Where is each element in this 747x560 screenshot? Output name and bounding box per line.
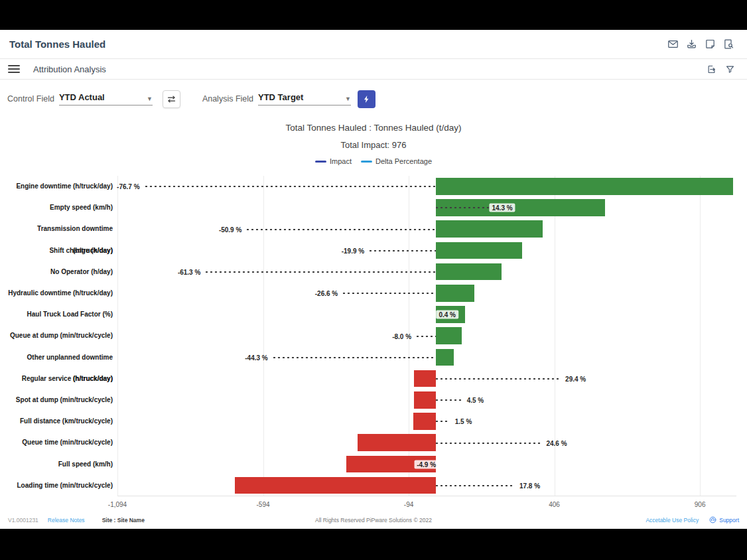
gridline bbox=[555, 176, 555, 496]
bar-positive bbox=[436, 220, 543, 238]
legend-item-delta[interactable]: Delta Percentage bbox=[361, 157, 432, 165]
site-name-label: Site : Site Name bbox=[102, 517, 145, 524]
control-field-select[interactable]: YTD Actual ▼ bbox=[59, 92, 153, 105]
bar-positive bbox=[436, 285, 474, 302]
category-label: Loading time (min/truck/cycle) bbox=[0, 475, 113, 496]
chevron-down-icon: ▼ bbox=[147, 96, 153, 102]
delta-label: -44.3 % bbox=[188, 354, 268, 361]
bar-negative bbox=[413, 413, 437, 430]
chart-subtitle: Total Impact: 976 bbox=[0, 140, 747, 150]
top-black-bar bbox=[0, 0, 747, 30]
control-field-value: YTD Actual bbox=[59, 92, 105, 102]
support-headset-icon bbox=[709, 516, 716, 524]
filter-icon[interactable] bbox=[720, 61, 739, 77]
delta-label: 1.5 % bbox=[455, 418, 472, 425]
delta-leader-line bbox=[436, 421, 448, 422]
category-label: Haul Truck Load Factor (%) bbox=[0, 304, 113, 325]
legend-label: Delta Percentage bbox=[375, 157, 432, 165]
attribution-toolbar: Attribution Analysis bbox=[0, 59, 747, 80]
category-label: Hydraulic downtime (h/truck/day) bbox=[0, 283, 113, 304]
bar-positive bbox=[436, 242, 522, 259]
delta-leader-line bbox=[206, 271, 436, 273]
chevron-down-icon: ▼ bbox=[345, 96, 351, 102]
delta-leader-line bbox=[436, 207, 490, 208]
delta-leader-line bbox=[436, 443, 540, 444]
delta-label: -61.3 % bbox=[121, 268, 200, 275]
delta-leader-line bbox=[436, 485, 513, 486]
swap-horizontal-icon bbox=[167, 94, 176, 104]
delta-leader-line bbox=[370, 250, 436, 251]
gridline bbox=[700, 176, 701, 496]
acceptable-use-policy-link[interactable]: Accetable Use Policy bbox=[645, 517, 699, 524]
x-axis: -1,094-594-94406906 bbox=[117, 501, 736, 512]
delta-leader-line bbox=[436, 399, 460, 401]
footer: V1.0001231 Release Notes Site : Site Nam… bbox=[0, 511, 747, 529]
release-notes-link[interactable]: Release Notes bbox=[48, 517, 85, 524]
analysis-field-select[interactable]: YTD Target ▼ bbox=[258, 92, 351, 105]
chart-title: Total Tonnes Hauled : Tonnes Hauled (t/d… bbox=[0, 123, 747, 133]
delta-leader-line bbox=[145, 186, 437, 187]
x-tick-label: 406 bbox=[549, 501, 560, 508]
legend-item-impact[interactable]: Impact bbox=[315, 157, 352, 165]
delta-label: 14.3 % bbox=[489, 204, 515, 212]
download-icon[interactable] bbox=[682, 36, 701, 52]
swap-fields-button[interactable] bbox=[163, 90, 180, 108]
category-label: Queue time (min/truck/cycle) bbox=[0, 432, 113, 453]
delta-label: -76.7 % bbox=[60, 183, 140, 190]
category-label: Full speed (km/h) bbox=[0, 454, 113, 475]
delta-label: 24.6 % bbox=[546, 439, 567, 447]
delta-legend-swatch bbox=[361, 161, 372, 163]
bar-negative bbox=[358, 434, 437, 451]
support-label: Support bbox=[719, 517, 739, 524]
delta-label: 29.4 % bbox=[565, 375, 586, 382]
app-header: Total Tonnes Hauled bbox=[0, 30, 747, 59]
delta-leader-line bbox=[417, 336, 436, 337]
support-link[interactable]: Support bbox=[709, 516, 739, 524]
bar-positive bbox=[436, 349, 453, 366]
bar-positive bbox=[436, 327, 462, 344]
bar-negative bbox=[414, 370, 436, 387]
delta-label: 17.8 % bbox=[519, 482, 540, 489]
x-tick-label: 906 bbox=[695, 501, 706, 508]
page-title: Total Tonnes Hauled bbox=[9, 38, 105, 50]
chart: Engine downtime (h/truck/day)-76.7 %Empt… bbox=[0, 176, 747, 512]
delta-label: 0.4 % bbox=[436, 311, 458, 319]
bar-positive bbox=[436, 178, 732, 195]
bar-positive bbox=[436, 263, 502, 281]
analysis-field-value: YTD Target bbox=[258, 92, 303, 102]
x-tick-label: -1,094 bbox=[108, 501, 127, 508]
delta-leader-line bbox=[247, 229, 436, 230]
category-label: Queue at dump (min/truck/cycle) bbox=[0, 325, 113, 346]
category-label: Shift change (h/day) bbox=[0, 240, 113, 261]
controls-row: Control Field YTD Actual ▼ Analysis Fiel… bbox=[0, 88, 747, 110]
app-window: Total Tonnes Hauled Attribution Analysis… bbox=[0, 30, 747, 529]
delta-label: 4.5 % bbox=[467, 397, 484, 404]
lightning-bolt-icon bbox=[362, 95, 371, 104]
bottom-black-bar bbox=[0, 529, 747, 560]
chart-legend: Impact Delta Percentage bbox=[0, 157, 747, 165]
mail-icon[interactable] bbox=[663, 36, 682, 52]
delta-label: -50.9 % bbox=[162, 226, 241, 233]
export-icon[interactable] bbox=[702, 61, 720, 77]
document-search-icon[interactable] bbox=[719, 36, 738, 52]
delta-label: -19.9 % bbox=[285, 247, 364, 254]
delta-label: -26.6 % bbox=[258, 290, 338, 297]
toolbar-title: Attribution Analysis bbox=[33, 64, 106, 74]
delta-label: -4.9 % bbox=[414, 460, 439, 468]
bar-negative bbox=[414, 391, 436, 409]
x-tick-label: -594 bbox=[257, 501, 270, 508]
analysis-field-label: Analysis Field bbox=[202, 94, 253, 104]
plot-area: Engine downtime (h/truck/day)-76.7 %Empt… bbox=[117, 176, 736, 496]
bar-negative bbox=[235, 477, 436, 494]
category-label: Regular service (h/truck/day) bbox=[0, 368, 113, 389]
version-label: V1.0001231 bbox=[8, 517, 38, 524]
legend-label: Impact bbox=[330, 157, 352, 165]
x-tick-label: -94 bbox=[404, 501, 413, 508]
menu-icon[interactable] bbox=[8, 65, 20, 73]
impact-legend-swatch bbox=[315, 161, 326, 163]
delta-leader-line bbox=[436, 378, 559, 380]
delta-label: -8.0 % bbox=[332, 332, 411, 340]
category-label: Full distance (km/truck/cycle) bbox=[0, 411, 113, 432]
run-analysis-button[interactable] bbox=[358, 90, 375, 108]
note-icon[interactable] bbox=[701, 36, 719, 52]
